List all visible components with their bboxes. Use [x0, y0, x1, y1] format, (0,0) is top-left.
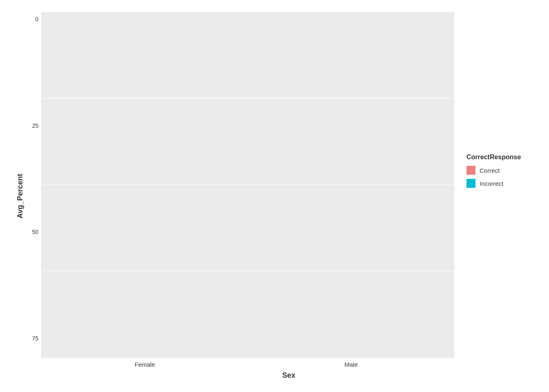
legend-title: CorrectResponse — [466, 154, 521, 161]
x-tick-male: Male — [344, 358, 358, 368]
legend-swatch-correct — [466, 166, 475, 175]
x-tick-container-male: Male — [248, 358, 454, 368]
x-axis-label: Sex — [25, 368, 536, 380]
x-tick-container-female: Female — [42, 358, 248, 368]
legend-label-correct: Correct — [480, 167, 500, 174]
chart-container: Avg_Percent 75 50 25 0 — [0, 0, 549, 392]
x-tick-female: Female — [134, 358, 155, 368]
chart-inner: 75 50 25 0 — [25, 12, 536, 380]
legend-item-correct: Correct — [466, 166, 500, 175]
legend-swatch-incorrect — [466, 179, 475, 188]
y-axis-ticks: 75 50 25 0 — [25, 12, 42, 358]
legend-area: CorrectResponse Correct Incorrect — [454, 12, 536, 358]
y-axis-label: Avg_Percent — [13, 12, 25, 380]
y-tick-25: 25 — [32, 123, 38, 129]
plot-area-row: 75 50 25 0 — [25, 12, 536, 358]
legend-label-incorrect: Incorrect — [480, 180, 503, 187]
legend-item-incorrect: Incorrect — [466, 179, 503, 188]
bars-area — [42, 12, 454, 357]
y-tick-0: 0 — [35, 16, 38, 22]
chart-wrapper: Avg_Percent 75 50 25 0 — [13, 12, 536, 380]
x-axis-area: Female Male — [25, 358, 536, 368]
y-tick-50: 50 — [32, 229, 38, 235]
y-tick-75: 75 — [32, 336, 38, 341]
plot-area — [42, 12, 454, 358]
